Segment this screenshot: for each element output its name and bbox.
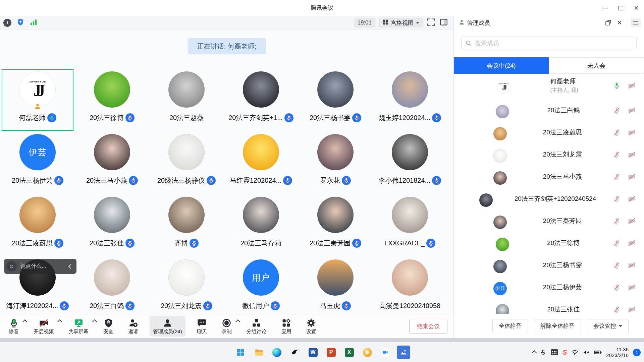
member-camera-icon[interactable] <box>628 305 636 314</box>
security-shield-icon[interactable] <box>16 18 24 27</box>
video-options-caret[interactable] <box>57 319 62 324</box>
word-icon[interactable]: W <box>306 346 320 359</box>
participant-tile[interactable]: 20法三张佳 <box>76 194 148 256</box>
start-video-button[interactable]: 开启视频 <box>30 316 57 337</box>
participant-tile[interactable]: 20法三秦芳园 <box>300 194 371 256</box>
panel-menu-button[interactable] <box>631 18 641 27</box>
member-mic-icon[interactable] <box>612 283 621 292</box>
member-row[interactable]: 伊芸 20法三杨伊芸 <box>454 276 644 298</box>
notification-badge[interactable]: 1 <box>633 349 641 356</box>
participant-tile[interactable]: 马红霞1202024... <box>225 132 297 193</box>
start-button[interactable] <box>234 346 247 359</box>
mute-button[interactable]: 静音 <box>5 316 22 337</box>
member-camera-icon[interactable] <box>628 195 636 203</box>
participant-tile[interactable]: 魏玉婷1202024... <box>374 69 446 131</box>
participant-tile[interactable]: 20法三马存莉 <box>225 194 297 256</box>
participant-tile[interactable]: 20级法三杨静仪 <box>151 132 222 193</box>
emoji-icon[interactable]: ☺ <box>6 261 17 272</box>
settings-button[interactable]: 设置 <box>303 316 320 337</box>
member-camera-icon[interactable] <box>628 217 636 225</box>
view-mode-selector[interactable]: 宫格视图 <box>379 18 423 27</box>
member-row[interactable]: 20法三徐博 <box>454 232 644 254</box>
quick-reaction-bar[interactable]: ☺ 说点什么... <box>4 259 76 274</box>
meeting-control-button[interactable]: 会议管控 <box>587 319 629 333</box>
breakout-rooms-button[interactable]: 分组讨论 <box>243 316 270 337</box>
member-camera-icon[interactable] <box>628 128 636 137</box>
member-mic-icon[interactable] <box>612 173 621 181</box>
volume-icon[interactable] <box>583 349 590 356</box>
member-mic-icon[interactable] <box>612 81 621 90</box>
member-mic-icon[interactable] <box>612 239 621 247</box>
manage-members-button[interactable]: 管理成员(24) <box>150 316 185 337</box>
member-camera-icon[interactable] <box>628 239 636 247</box>
security-button[interactable]: 安全 <box>100 316 117 337</box>
participant-tile[interactable]: 齐博 <box>151 194 222 256</box>
unmute-all-button[interactable]: 解除全体静音 <box>534 319 581 333</box>
participant-tile[interactable]: 20法三马小燕 <box>76 132 148 193</box>
member-camera-icon[interactable] <box>628 283 636 292</box>
member-row[interactable]: 20法三齐剑英+12020240524 <box>454 188 644 210</box>
member-row[interactable]: 20法三白鸽 <box>454 99 644 121</box>
tab-in-meeting[interactable]: 会议中(24) <box>454 57 549 74</box>
member-camera-icon[interactable] <box>628 261 636 269</box>
participant-tile[interactable]: 用户 微信用户 <box>225 257 297 314</box>
member-camera-icon[interactable] <box>628 81 636 90</box>
mute-options-caret[interactable] <box>22 319 27 324</box>
minimize-button[interactable] <box>598 0 613 16</box>
close-button[interactable]: ✕ <box>629 0 644 16</box>
record-options-caret[interactable] <box>235 319 240 324</box>
apps-button[interactable]: 应用 <box>278 316 295 337</box>
participant-tile[interactable]: 20法三徐博 <box>76 69 148 131</box>
participant-tile[interactable]: 20法三齐剑英+1... <box>225 69 297 131</box>
popout-panel-button[interactable] <box>604 19 612 27</box>
hidden-icons-chevron[interactable] <box>532 351 536 354</box>
member-mic-icon[interactable] <box>612 128 621 137</box>
tencent-meeting-app-icon[interactable] <box>379 346 392 359</box>
participant-tile[interactable]: JUVENTUSJJ 何磊老师 <box>2 69 73 131</box>
meeting-info-icon[interactable]: i <box>3 19 11 27</box>
participant-tile[interactable]: 20法三赵薇 <box>151 69 222 131</box>
member-mic-icon[interactable] <box>612 150 621 159</box>
excel-icon[interactable]: X <box>342 346 356 359</box>
edge-browser-icon[interactable] <box>270 346 283 359</box>
powerpoint-icon[interactable]: P <box>324 346 338 359</box>
participant-tile[interactable]: 高溪曼12020240958 <box>374 257 446 314</box>
member-row[interactable]: 20法三刘龙震 <box>454 143 644 166</box>
share-screen-button[interactable]: 共享屏幕 <box>65 316 92 337</box>
battery-icon[interactable] <box>594 349 602 356</box>
participant-tile[interactable]: LXXGRACE_ <box>374 194 446 256</box>
member-mic-icon[interactable] <box>612 217 621 225</box>
tray-microphone-icon[interactable] <box>540 349 546 356</box>
member-row[interactable]: 20法三凌蔚思 <box>454 121 644 143</box>
chat-button[interactable]: 聊天 <box>194 316 210 337</box>
tab-not-joined[interactable]: 未入会 <box>549 57 644 74</box>
member-row[interactable]: 20法三马小燕 <box>454 166 644 188</box>
member-mic-icon[interactable] <box>612 261 621 269</box>
participant-tile[interactable]: 马玉虎 <box>300 257 371 314</box>
close-panel-button[interactable]: ✕ <box>615 19 624 27</box>
member-camera-icon[interactable] <box>628 106 636 115</box>
mute-all-button[interactable]: 全体静音 <box>492 319 528 333</box>
gold-circle-app-icon[interactable] <box>361 346 374 359</box>
maximize-button[interactable] <box>613 0 629 16</box>
member-row[interactable]: 20法三秦芳园 <box>454 210 644 232</box>
member-camera-icon[interactable] <box>628 173 636 181</box>
participant-tile[interactable]: 伊芸 20法三杨伊芸 <box>2 132 73 193</box>
member-row[interactable]: 20法三张佳 <box>454 298 644 314</box>
dark-bird-app-icon[interactable] <box>288 346 302 359</box>
member-mic-icon[interactable] <box>612 305 621 314</box>
member-list[interactable]: JUVENTUSJJ 何磊老师 (主持人, 我) <box>454 72 644 314</box>
member-mic-icon[interactable] <box>612 106 621 115</box>
record-button[interactable]: 录制 <box>218 316 235 337</box>
end-meeting-button[interactable]: 结束会议 <box>409 319 447 334</box>
search-members-input[interactable] <box>461 37 637 50</box>
sidebar-toggle-button[interactable] <box>439 18 448 28</box>
collapse-bar-button[interactable] <box>65 259 76 274</box>
quick-chat-placeholder[interactable]: 说点什么... <box>20 263 65 270</box>
input-method-icon[interactable] <box>551 349 558 355</box>
wifi-icon[interactable] <box>571 349 578 356</box>
share-options-caret[interactable] <box>92 319 97 324</box>
member-mic-icon[interactable] <box>612 195 621 203</box>
participant-tile[interactable]: 20法三白鸽 <box>76 257 148 314</box>
file-explorer-icon[interactable] <box>252 346 265 359</box>
